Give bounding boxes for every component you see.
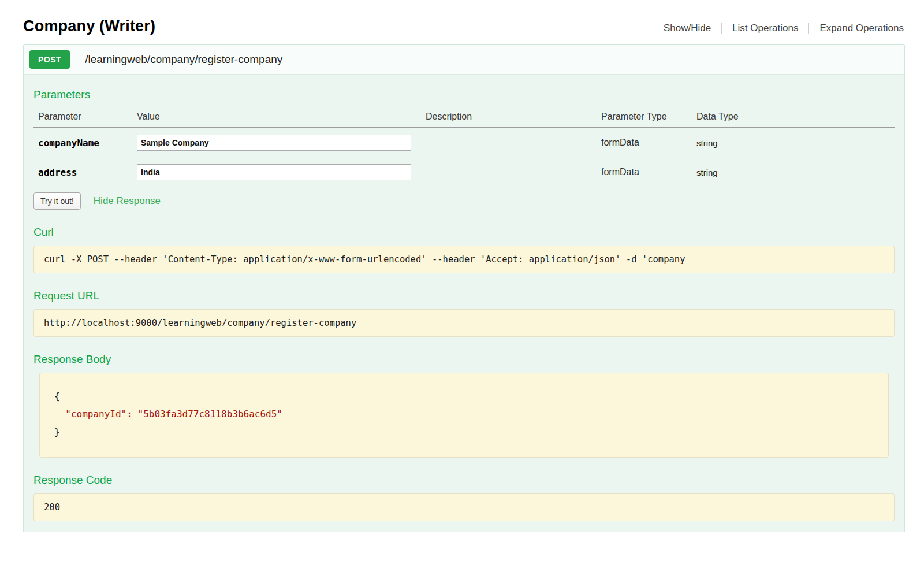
column-parameter-type: Parameter Type: [597, 108, 692, 128]
address-value-input[interactable]: [137, 164, 411, 180]
param-row-companyName: companyName formData string: [33, 128, 895, 158]
curl-command: curl -X POST --header 'Content-Type: app…: [33, 246, 895, 273]
list-operations-link[interactable]: List Operations: [731, 23, 799, 34]
header-links: Show/Hide List Operations Expand Operati…: [662, 23, 905, 34]
page-title: Company (Writer): [23, 17, 155, 35]
response-body-json: { "companyId": "5b03fa3d77c8118b3b6ac6d5…: [54, 387, 874, 441]
link-divider: [721, 23, 722, 34]
page-header: Company (Writer) Show/Hide List Operatio…: [23, 17, 905, 35]
try-it-out-button[interactable]: Try it out!: [33, 192, 81, 210]
response-code-heading: Response Code: [33, 474, 895, 487]
param-name: companyName: [33, 128, 132, 158]
json-close-brace: }: [54, 426, 60, 437]
swagger-page: Company (Writer) Show/Hide List Operatio…: [0, 0, 924, 546]
column-data-type: Data Type: [692, 108, 895, 128]
column-parameter: Parameter: [33, 108, 132, 128]
param-description: [421, 157, 597, 187]
post-operation-panel: POST /learningweb/company/register-compa…: [23, 44, 905, 532]
json-value-companyId: "5b03fa3d77c8118b3b6ac6d5": [138, 409, 282, 420]
param-description: [421, 128, 597, 158]
param-row-address: address formData string: [33, 157, 895, 187]
operation-path[interactable]: /learningweb/company/register-company: [85, 53, 282, 66]
column-value: Value: [132, 108, 421, 128]
show-hide-link[interactable]: Show/Hide: [662, 23, 712, 34]
param-type: formData: [597, 128, 692, 158]
response-body: { "companyId": "5b03fa3d77c8118b3b6ac6d5…: [39, 373, 889, 458]
link-divider: [808, 23, 809, 34]
json-key-companyId: "companyId":: [65, 409, 132, 420]
hide-response-link[interactable]: Hide Response: [94, 195, 161, 207]
parameters-header-row: Parameter Value Description Parameter Ty…: [33, 108, 895, 128]
request-url: http://localhost:9000/learningweb/compan…: [33, 309, 895, 337]
parameters-heading: Parameters: [33, 88, 895, 101]
json-open-brace: {: [54, 391, 60, 402]
param-name: address: [33, 157, 132, 187]
companyName-value-input[interactable]: [137, 135, 411, 151]
parameters-table: Parameter Value Description Parameter Ty…: [33, 108, 895, 187]
response-body-heading: Response Body: [33, 353, 895, 366]
param-type: formData: [597, 157, 692, 187]
data-type: string: [692, 128, 895, 158]
data-type: string: [692, 157, 895, 187]
operation-content: Parameters Parameter Value Description P…: [24, 75, 904, 532]
request-url-heading: Request URL: [33, 290, 895, 302]
curl-heading: Curl: [33, 226, 895, 239]
post-method-badge[interactable]: POST: [29, 50, 70, 69]
response-code: 200: [33, 494, 895, 521]
column-description: Description: [421, 108, 597, 128]
operation-header[interactable]: POST /learningweb/company/register-compa…: [24, 45, 904, 75]
expand-operations-link[interactable]: Expand Operations: [818, 23, 905, 34]
actions-row: Try it out! Hide Response: [33, 192, 895, 210]
